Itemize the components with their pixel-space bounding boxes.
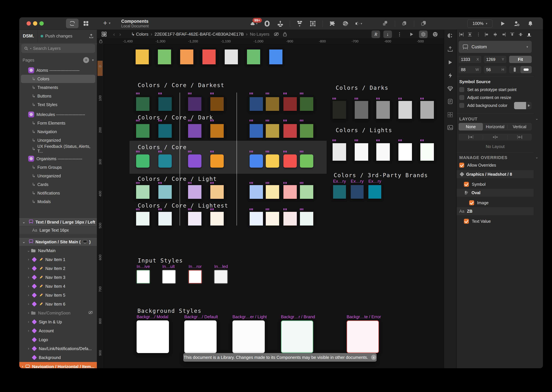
color-swatch[interactable] <box>420 143 434 161</box>
close-window-button[interactable] <box>27 21 31 26</box>
sidebar-page-notifications[interactable]: ↳Notifications <box>19 189 97 197</box>
background-style-swatch[interactable] <box>347 320 379 353</box>
ruler-lock-icon[interactable] <box>99 39 103 43</box>
color-swatch[interactable] <box>283 124 297 138</box>
artboard-row[interactable]: ⌄Navigation / Site Main ( ) <box>19 238 97 246</box>
symbol-label[interactable]: Backgr…te / Error <box>347 314 381 319</box>
symbol-label-truncated-icon[interactable] <box>266 208 269 210</box>
symbol-row-background[interactable]: ›Background <box>19 353 97 362</box>
symbol-label-truncated-icon[interactable] <box>158 182 162 184</box>
allow-overrides-checkbox[interactable]: Allow Overrides <box>459 163 496 168</box>
symbol-label-truncated-icon[interactable] <box>300 92 303 94</box>
portrait-toggle[interactable] <box>509 66 520 73</box>
pages-collapse-chevron-icon[interactable]: ▾ <box>92 58 94 62</box>
background-style-swatch[interactable] <box>232 320 265 353</box>
y-position-field[interactable]: 1269 Y <box>484 56 506 63</box>
input-style-swatch[interactable] <box>214 270 228 283</box>
runner-plugin-button[interactable]: R <box>371 30 380 38</box>
artboard-title[interactable]: Colors / Core / Lightest <box>138 203 228 209</box>
input-style-swatch[interactable] <box>137 270 150 283</box>
override-style-row[interactable]: Oval <box>457 189 534 197</box>
symbol-row-nav-item-1[interactable]: ›Nav Item 1 <box>19 255 97 264</box>
symbol-label-truncated-icon[interactable] <box>136 182 140 184</box>
sidebar-page-modals[interactable]: ↳Modals <box>19 197 97 206</box>
horizontal-ruler[interactable]: -1,400-1,300-1,200-1,100-1,000-900-800-7… <box>97 39 444 44</box>
lock-icon[interactable] <box>283 32 287 37</box>
symbol-label-truncated-icon[interactable] <box>158 92 162 94</box>
color-swatch[interactable] <box>188 212 202 225</box>
upload-icon[interactable] <box>89 34 94 39</box>
back-button[interactable]: ‹ <box>113 31 115 37</box>
height-field[interactable]: 56 H <box>484 66 506 73</box>
symbol-label-truncated-icon[interactable] <box>250 120 253 121</box>
gem-icon[interactable] <box>447 86 453 91</box>
symbol-label-truncated-icon[interactable] <box>188 120 191 121</box>
distribute-options-kebab-icon[interactable] <box>476 32 481 37</box>
layout-collapse-chevron-icon[interactable]: ⌄ <box>535 117 538 121</box>
artboard-preset-dropdown[interactable]: Custom ▾ <box>459 41 532 53</box>
distribute-horizontal-icon[interactable] <box>459 32 464 37</box>
symbol-label-truncated-icon[interactable] <box>300 151 303 153</box>
vertical-ruler[interactable]: 0100200300400500600700800900 <box>97 44 103 368</box>
symbol-label-truncated-icon[interactable] <box>210 208 214 210</box>
symbol-label-truncated-icon[interactable] <box>355 98 358 99</box>
text-value-checkbox[interactable]: Text Value <box>464 219 491 224</box>
align-right-icon[interactable] <box>501 32 506 37</box>
symbol-row-account[interactable]: ›Account <box>19 326 97 335</box>
color-swatch[interactable] <box>283 212 297 225</box>
symbol-label-truncated-icon[interactable] <box>283 182 287 184</box>
symbol-label-truncated-icon[interactable] <box>210 151 214 153</box>
sidebar-page-buttons[interactable]: ↳Buttons <box>19 92 97 100</box>
symbol-label[interactable]: Ex…ry <box>368 179 381 184</box>
color-swatch[interactable] <box>355 143 368 161</box>
lightning-icon[interactable] <box>448 73 453 78</box>
symbol-label-truncated-icon[interactable] <box>188 151 191 153</box>
add-page-button[interactable]: + <box>83 57 89 63</box>
group-row-nav-main[interactable]: ⌄Nav/Main <box>19 246 97 255</box>
input-style-swatch[interactable] <box>189 270 202 283</box>
artboard-title[interactable]: Colors / Core / Darkest <box>138 82 224 88</box>
symbol-label-truncated-icon[interactable] <box>333 140 336 141</box>
symbol-override-checkbox[interactable]: Symbol <box>464 182 486 187</box>
color-swatch[interactable] <box>283 97 297 111</box>
chevron-down-icon[interactable]: ⌄ <box>22 240 27 244</box>
layout-horizontal-segment[interactable]: Horizontal <box>483 124 507 129</box>
color-swatch[interactable] <box>158 212 172 225</box>
color-swatch[interactable] <box>266 154 279 168</box>
symbol-label[interactable]: Backgr…/ Modal <box>137 314 168 319</box>
color-swatch[interactable] <box>225 49 238 64</box>
expand-chevron-icon[interactable]: ⌄ <box>26 248 31 253</box>
align-top-icon[interactable] <box>510 32 515 37</box>
color-swatch[interactable] <box>300 185 313 199</box>
x-position-field[interactable]: 1333 X <box>459 56 481 63</box>
shape-oval-icon[interactable] <box>264 20 271 27</box>
symbol-label[interactable]: In…led <box>214 264 228 269</box>
background-color-checkbox[interactable]: Add background color <box>459 103 507 108</box>
symbol-label-truncated-icon[interactable] <box>250 92 253 94</box>
align-center-horizontal-icon[interactable] <box>493 32 498 37</box>
maximize-window-button[interactable] <box>39 21 44 26</box>
expand-chevron-icon[interactable]: › <box>22 364 23 368</box>
sidebar-page-organisms-[interactable]: Organisms ------------------ <box>19 154 97 163</box>
artboard-title[interactable]: Colors / Core / Light <box>138 176 217 182</box>
expand-chevron-icon[interactable]: › <box>26 266 31 271</box>
symbol-label-truncated-icon[interactable] <box>188 92 191 94</box>
color-swatch[interactable] <box>266 185 279 199</box>
symbol-label-truncated-icon[interactable] <box>333 98 336 99</box>
symbol-label-truncated-icon[interactable] <box>300 120 303 121</box>
expand-chevron-icon[interactable]: › <box>26 346 31 351</box>
frame-icon[interactable] <box>309 20 316 27</box>
symbol-row-nav-item-5[interactable]: ›Nav Item 5 <box>19 291 97 300</box>
forward-button[interactable]: › <box>119 31 121 37</box>
symbol-label-truncated-icon[interactable] <box>136 92 140 94</box>
play-preview-icon[interactable] <box>407 30 416 38</box>
symbol-label[interactable]: Ex…ry <box>351 179 363 184</box>
symbol-label[interactable]: Ex…ry <box>333 179 346 184</box>
expand-chevron-icon[interactable]: › <box>26 293 31 297</box>
width-field[interactable]: 88 W <box>459 66 481 73</box>
color-swatch[interactable] <box>266 124 279 138</box>
overrides-collapse-chevron-icon[interactable]: ⌄ <box>535 155 538 159</box>
color-swatch[interactable] <box>158 97 172 111</box>
artboard-row[interactable]: ⌄Text / Brand / Large 16px / Left <box>19 218 97 226</box>
color-swatch[interactable] <box>158 49 171 64</box>
